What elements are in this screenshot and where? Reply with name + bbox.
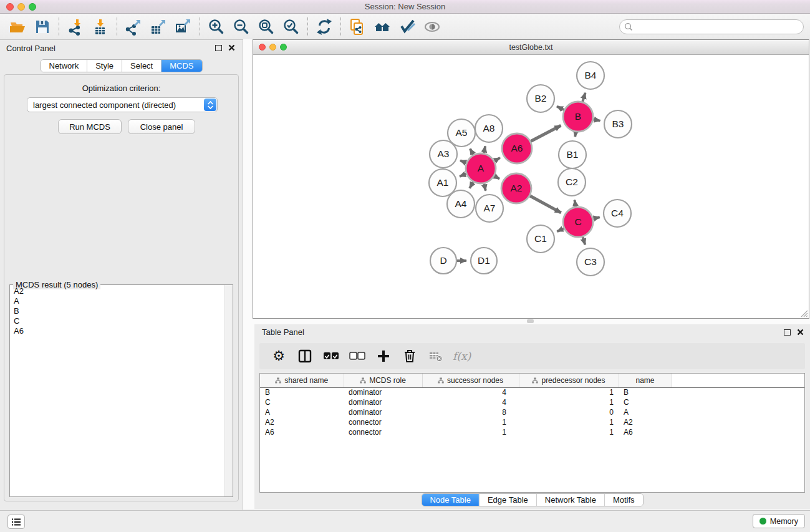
close-panel-icon[interactable] <box>797 329 804 336</box>
close-window-button[interactable] <box>6 3 14 11</box>
export-table-button[interactable] <box>146 16 171 38</box>
open-file-button[interactable] <box>5 16 30 38</box>
table-row[interactable]: Adominator80A <box>260 407 804 417</box>
graph-node-A[interactable]: A <box>466 153 496 183</box>
tab-mcds[interactable]: MCDS <box>162 60 201 72</box>
tab-network[interactable]: Network <box>41 60 87 72</box>
function-builder-button[interactable]: f(x) <box>451 346 471 367</box>
graph-node-B1[interactable]: B1 <box>559 141 586 168</box>
graph-edge-A-A3[interactable] <box>460 160 466 163</box>
flag-pen-button[interactable] <box>395 16 420 38</box>
export-network-button[interactable] <box>121 16 146 38</box>
window-resize-grip[interactable] <box>800 309 808 317</box>
delete-column-button[interactable] <box>399 346 420 367</box>
table-settings-button[interactable]: ⚙ <box>268 346 289 367</box>
graph-node-C4[interactable]: C4 <box>604 200 631 227</box>
new-network-from-selection-button[interactable] <box>345 16 370 38</box>
delete-table-button[interactable] <box>425 346 446 367</box>
minimize-network-window-button[interactable] <box>269 44 276 51</box>
cell-successor-nodes[interactable]: 1 <box>422 417 519 427</box>
table-row[interactable]: Cdominator41C <box>260 397 804 407</box>
graph-edge-A6-B[interactable] <box>531 125 561 141</box>
result-item[interactable]: B <box>11 306 224 316</box>
column-header-predecessor-nodes[interactable]: predecessor nodes <box>519 374 619 387</box>
deselect-all-button[interactable] <box>347 346 368 367</box>
network-graph-canvas[interactable]: B4B2BB3A8A5A6B1A3AC2A1A2A4A7C4CC1DD1C3 <box>253 55 809 318</box>
eye-button[interactable] <box>420 16 445 38</box>
graph-node-A7[interactable]: A7 <box>476 195 503 222</box>
graph-node-B4[interactable]: B4 <box>577 62 604 89</box>
result-item[interactable]: C <box>11 316 224 326</box>
export-image-button[interactable] <box>171 16 196 38</box>
graph-node-B3[interactable]: B3 <box>604 110 632 138</box>
cell-shared-name[interactable]: A <box>260 407 344 417</box>
close-network-window-button[interactable] <box>259 44 266 51</box>
cell-successor-nodes[interactable]: 8 <box>422 407 519 417</box>
graph-node-C1[interactable]: C1 <box>527 225 554 253</box>
add-column-button[interactable] <box>373 346 394 367</box>
cell-name[interactable]: C <box>619 397 672 407</box>
cell-predecessor-nodes[interactable]: 1 <box>519 387 619 397</box>
graph-node-C3[interactable]: C3 <box>577 248 604 276</box>
graph-node-A2[interactable]: A2 <box>501 173 531 203</box>
graph-node-A6[interactable]: A6 <box>502 133 532 163</box>
cell-MCDS-role[interactable]: connector <box>344 427 422 437</box>
graph-node-B[interactable]: B <box>563 102 593 132</box>
zoom-out-button[interactable] <box>229 16 254 38</box>
graph-edge-A2-C[interactable] <box>530 196 561 213</box>
cell-MCDS-role[interactable]: dominator <box>344 407 422 417</box>
cell-successor-nodes[interactable]: 4 <box>422 387 519 397</box>
float-panel-icon[interactable] <box>784 329 791 336</box>
cell-predecessor-nodes[interactable]: 0 <box>519 407 619 417</box>
graph-edge-A-A1[interactable] <box>460 174 466 177</box>
table-row[interactable]: Bdominator41B <box>260 387 804 397</box>
result-item[interactable]: A6 <box>11 326 224 336</box>
graph-edge-B-B1[interactable] <box>575 132 576 137</box>
houses-button[interactable] <box>370 16 395 38</box>
graph-node-B2[interactable]: B2 <box>527 85 554 112</box>
graph-edge-B-B2[interactable] <box>557 107 564 110</box>
refresh-button[interactable] <box>312 16 337 38</box>
cell-name[interactable]: A <box>619 407 672 417</box>
graph-edge-A-A6[interactable] <box>494 158 500 161</box>
search-input[interactable] <box>619 19 804 34</box>
graph-edge-A-A8[interactable] <box>484 146 485 153</box>
cell-MCDS-role[interactable]: dominator <box>344 387 422 397</box>
cell-shared-name[interactable]: B <box>260 387 344 397</box>
graph-node-D1[interactable]: D1 <box>471 248 497 274</box>
table-row[interactable]: A2connector11A2 <box>260 417 804 427</box>
cell-MCDS-role[interactable]: connector <box>344 417 422 427</box>
graph-node-C[interactable]: C <box>563 207 593 237</box>
column-header-successor-nodes[interactable]: successor nodes <box>422 374 519 387</box>
cell-predecessor-nodes[interactable]: 1 <box>519 427 619 437</box>
cell-successor-nodes[interactable]: 4 <box>422 397 519 407</box>
cell-successor-nodes[interactable]: 1 <box>422 427 519 437</box>
graph-edge-C-C4[interactable] <box>593 217 599 218</box>
network-window-titlebar[interactable]: testGlobe.txt <box>253 40 809 55</box>
cell-predecessor-nodes[interactable]: 1 <box>519 397 619 407</box>
result-item[interactable]: A2 <box>11 286 224 296</box>
criterion-dropdown[interactable]: largest connected component (directed) <box>27 97 218 112</box>
graph-node-A3[interactable]: A3 <box>430 140 457 168</box>
column-header-name[interactable]: name <box>619 374 672 387</box>
graph-edge-B-B4[interactable] <box>582 93 585 102</box>
result-item[interactable]: A <box>11 296 224 306</box>
import-network-button[interactable] <box>63 16 88 38</box>
save-session-button[interactable] <box>30 16 55 38</box>
cell-predecessor-nodes[interactable]: 1 <box>519 417 619 427</box>
cell-shared-name[interactable]: C <box>260 397 344 407</box>
zoom-selected-button[interactable] <box>279 16 304 38</box>
task-history-button[interactable] <box>7 515 25 529</box>
memory-button[interactable]: Memory <box>753 514 805 528</box>
cell-MCDS-role[interactable]: dominator <box>344 397 422 407</box>
graph-node-A8[interactable]: A8 <box>475 115 503 142</box>
graph-node-D[interactable]: D <box>430 248 456 274</box>
column-header-MCDS-role[interactable]: MCDS role <box>344 374 422 387</box>
close-panel-icon[interactable] <box>228 44 235 51</box>
cell-shared-name[interactable]: A2 <box>260 417 344 427</box>
cell-name[interactable]: B <box>619 387 672 397</box>
graph-edge-C-C3[interactable] <box>582 237 585 244</box>
graph-edge-A-A2[interactable] <box>494 176 499 179</box>
table-row[interactable]: A6connector11A6 <box>260 427 804 437</box>
run-mcds-button[interactable]: Run MCDS <box>58 119 122 134</box>
